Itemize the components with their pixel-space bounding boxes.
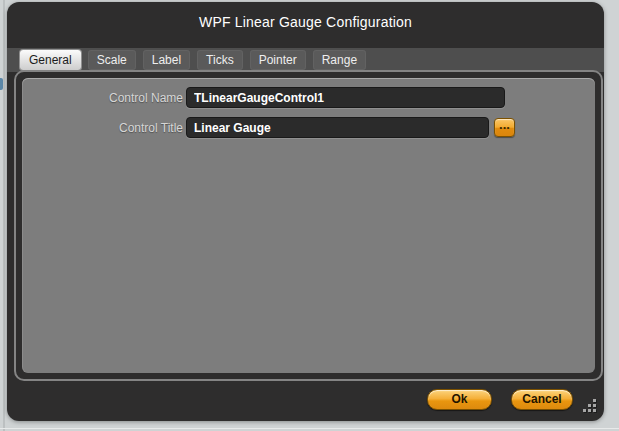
- tab-ticks[interactable]: Ticks: [197, 50, 243, 70]
- control-title-label: Control Title: [22, 121, 183, 135]
- dialog-title: WPF Linear Gauge Configuration: [7, 14, 604, 30]
- linear-gauge-config-dialog: WPF Linear Gauge Configuration General S…: [7, 2, 604, 421]
- tab-scale[interactable]: Scale: [88, 50, 136, 70]
- tab-pointer[interactable]: Pointer: [250, 50, 306, 70]
- tab-general[interactable]: General: [20, 50, 81, 70]
- cancel-button[interactable]: Cancel: [511, 389, 573, 410]
- control-name-label: Control Name: [22, 91, 183, 105]
- content-frame: Control Name Control Title ...: [14, 70, 603, 381]
- resize-grip-icon[interactable]: [582, 399, 596, 413]
- background-surface-edge: [3, 0, 5, 431]
- control-name-input[interactable]: [186, 87, 505, 108]
- tab-label[interactable]: Label: [143, 50, 190, 70]
- general-tab-panel: Control Name Control Title ...: [22, 78, 595, 373]
- control-title-browse-button[interactable]: ...: [494, 118, 515, 137]
- tab-range[interactable]: Range: [313, 50, 366, 70]
- control-title-input[interactable]: [186, 117, 489, 138]
- grip-dots: [593, 399, 596, 402]
- ellipsis-icon: ...: [499, 123, 510, 127]
- dialog-titlebar[interactable]: WPF Linear Gauge Configuration: [7, 2, 604, 48]
- background-surface-edge: [0, 428, 619, 429]
- ok-button[interactable]: Ok: [427, 389, 492, 410]
- tab-strip: General Scale Label Ticks Pointer Range: [7, 48, 604, 72]
- background-artifact: [0, 78, 3, 90]
